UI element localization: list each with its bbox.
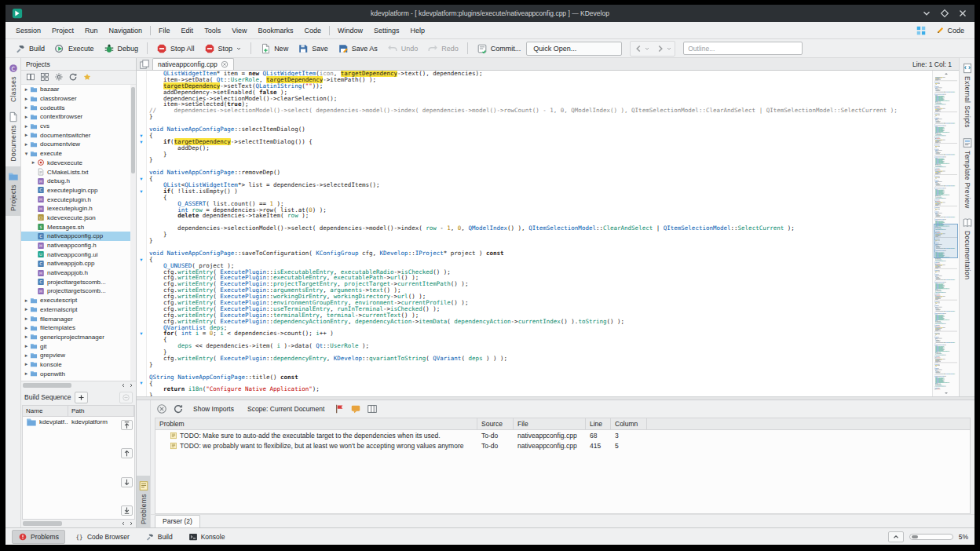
tree-item-nativeappconfig-ui[interactable]: Unativeappconfig.ui [21,250,136,259]
tree-item-nativeappconfig-cpp[interactable]: Cnativeappconfig.cpp [21,232,136,241]
fold-marker-icon[interactable]: ▾ [137,330,146,337]
menu-code[interactable]: Code [299,24,327,38]
statusbar-problems-button[interactable]: Problems [12,530,65,544]
code-line[interactable]: { [149,257,932,263]
tree-item-cmakelists-txt[interactable]: CMakeLists.txt [21,167,136,177]
editor-tab-nativeappconfig-cpp[interactable]: nativeappconfig.cpp [152,58,234,70]
code-line[interactable]: QString NativeAppConfigPage::title() con… [149,374,932,381]
code-line[interactable]: } [149,114,932,120]
tree-expander-icon[interactable]: ▸ [23,297,30,304]
tree-item-documentswitcher[interactable]: ▸documentswitcher [21,130,136,140]
tree-item-externalscript[interactable]: ▸externalscript [21,305,136,315]
minimap-view-rect[interactable] [934,224,958,258]
tree-horizontal-scrollbar[interactable] [21,381,136,389]
code-line[interactable]: } [149,362,932,368]
problems-column-line[interactable]: Line [586,418,611,429]
new-button[interactable]: New [256,41,292,57]
minimap-scrollbar[interactable] [932,71,959,396]
tree-expander-icon[interactable]: ▸ [23,343,30,349]
todo-filter-icon[interactable] [350,403,361,414]
build-sequence-column-name[interactable]: Name [23,406,68,416]
show-imports-button[interactable]: Show Imports [189,403,238,414]
reload-icon[interactable] [173,403,184,414]
zoom-slider[interactable] [909,534,953,540]
build-button[interactable]: Build [11,41,49,57]
tree-item-iexecuteplugin-h[interactable]: Hiexecuteplugin.h [21,204,136,213]
tree-item-debug-h[interactable]: Hdebug.h [21,177,136,186]
tree-expander-icon[interactable]: ▸ [23,306,30,312]
scroll-up-button[interactable] [933,71,959,77]
build-sequence-column-path[interactable]: Path [68,406,134,416]
code-line[interactable]: } [149,232,932,238]
remove-from-build-sequence-button[interactable] [119,392,133,403]
dock-tab-external-scripts[interactable]: External Scripts [960,58,975,133]
dock-tab-template-preview[interactable]: Template Preview [960,133,975,213]
menu-window[interactable]: Window [332,24,368,38]
tree-expander-icon[interactable]: ▸ [23,86,30,93]
projects-tool-refresh-button[interactable] [67,71,79,82]
tree-expander-icon[interactable]: ▸ [23,361,30,367]
tree-item-openwith[interactable]: ▸openwith [21,369,136,378]
problems-column-file[interactable]: File [514,418,586,429]
menu-run[interactable]: Run [79,24,104,38]
projects-tool-gear-button[interactable] [53,71,64,82]
code-area[interactable]: QListWidgetItem* item = new QListWidgetI… [147,71,932,396]
scroll-left-icon[interactable] [120,382,126,389]
severity-filter-icon[interactable] [334,403,345,414]
scroll-down-button[interactable] [933,390,959,396]
scroll-right-icon[interactable] [128,520,134,527]
tree-item-kdevexecute-json[interactable]: {}kdevexecute.json [21,213,136,223]
tree-item-classbrowser[interactable]: ▸classbrowser [21,94,136,104]
tree-item-executeplugin-cpp[interactable]: Cexecuteplugin.cpp [21,186,136,195]
move-to-top-button[interactable] [121,420,133,430]
add-to-build-sequence-button[interactable] [75,392,88,403]
redo-button[interactable]: Redo [423,41,463,57]
code-line[interactable]: void NativeAppConfigPage::saveToConfigur… [149,250,932,257]
minimize-icon[interactable] [921,8,932,19]
document-list-icon[interactable] [139,59,150,70]
statusbar-build-button[interactable]: Build [139,530,179,544]
dock-tab-documentation[interactable]: Documentation [960,213,975,284]
tree-item-executescript[interactable]: ▸executescript [21,296,136,305]
scrollbar-thumb[interactable] [23,521,62,526]
grouping-icon[interactable] [367,403,378,414]
fold-marker-icon[interactable]: ▾ [137,133,146,139]
code-line[interactable]: QList<QListWidgetItem*> list = dependenc… [149,182,932,188]
menu-settings[interactable]: Settings [368,24,405,38]
statusbar-konsole-button[interactable]: Konsole [182,530,232,544]
code-line[interactable]: if( !list.isEmpty() ) [149,188,932,195]
stop-button[interactable]: Stop [200,41,247,57]
undo-button[interactable]: Undo [383,41,422,57]
fold-marker-icon[interactable]: ▾ [137,139,146,145]
forward-button[interactable] [653,42,675,56]
problems-column-column[interactable]: Column [611,418,647,429]
build-sequence-scrollbar[interactable] [21,520,136,527]
maximize-icon[interactable] [939,8,950,19]
move-down-button[interactable] [121,477,133,487]
dock-tab-projects[interactable]: Projects [5,166,20,216]
code-line[interactable]: cfg.writeEntry( ExecutePlugin::dependenc… [149,356,932,362]
expand-statusbar-button[interactable] [888,531,904,542]
tree-vertical-scrollbar[interactable] [130,85,136,381]
tree-expander-icon[interactable]: ▸ [23,325,30,331]
tree-item-filetemplates[interactable]: ▸filetemplates [21,323,136,333]
tree-expander-icon[interactable]: ▸ [23,352,30,359]
commit-button[interactable]: Commit... [473,41,525,57]
tree-expander-icon[interactable]: ▸ [23,96,30,102]
tree-expander-icon[interactable]: ▸ [23,334,30,340]
fold-marker-icon[interactable]: ▾ [137,257,146,263]
menu-bookmarks[interactable]: Bookmarks [253,24,299,38]
tree-expander-icon[interactable]: ▸ [30,159,37,166]
debug-button[interactable]: Debug [100,41,143,57]
menu-file[interactable]: File [153,24,176,38]
tree-expander-icon[interactable]: ▸ [23,123,30,130]
problems-column-source[interactable]: Source [477,418,514,429]
scrollbar-thumb[interactable] [131,87,135,173]
problem-row[interactable]: TODO: Make sure to auto-add the executab… [155,430,970,440]
tree-item-git[interactable]: ▸git [21,341,136,351]
scrollbar-thumb[interactable] [23,383,71,388]
tree-item-nativeappjob-cpp[interactable]: Cnativeappjob.cpp [21,259,136,268]
tree-item-nativeappconfig-h[interactable]: Hnativeappconfig.h [21,241,136,250]
statusbar-code-browser-button[interactable]: {}Code Browser [68,530,136,544]
menu-help[interactable]: Help [405,24,431,38]
